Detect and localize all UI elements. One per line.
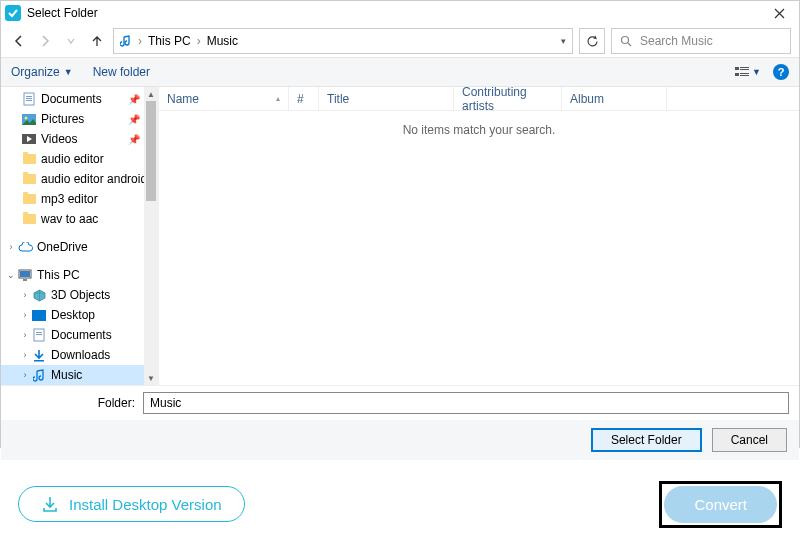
tree-item-music[interactable]: ›Music	[1, 365, 158, 385]
breadcrumb-current[interactable]: Music	[207, 34, 238, 48]
tree-item[interactable]: ›3D Objects	[1, 285, 158, 305]
breadcrumb-sep-icon: ›	[138, 34, 142, 48]
folder-icon	[21, 194, 37, 204]
dialog-buttons: Select Folder Cancel	[1, 420, 799, 460]
col-spacer	[667, 87, 799, 110]
new-folder-button[interactable]: New folder	[93, 65, 150, 79]
tree-item-onedrive[interactable]: ›OneDrive	[1, 237, 158, 257]
dialog-body: Documents📌 Pictures📌 Videos📌 audio edito…	[1, 87, 799, 385]
dialog-title: Select Folder	[27, 6, 98, 20]
documents-icon	[31, 328, 47, 342]
search-icon	[620, 35, 632, 47]
pin-icon: 📌	[128, 114, 140, 125]
tree-scrollbar[interactable]: ▲ ▼	[144, 87, 158, 385]
expand-icon[interactable]: ›	[19, 310, 31, 320]
3dobjects-icon	[31, 289, 47, 302]
back-button[interactable]	[9, 31, 29, 51]
folder-dialog: Select Folder › This PC › Music ▾ Search…	[0, 0, 800, 448]
convert-button[interactable]: Convert	[664, 486, 777, 523]
tree-item[interactable]: Videos📌	[1, 129, 158, 149]
tree-item[interactable]: ›Desktop	[1, 305, 158, 325]
titlebar: Select Folder	[1, 1, 799, 25]
address-dropdown-icon[interactable]: ▾	[561, 36, 566, 46]
navbar: › This PC › Music ▾ Search Music	[1, 25, 799, 57]
tree-item[interactable]: audio editor android	[1, 169, 158, 189]
expand-icon[interactable]: ›	[5, 242, 17, 252]
sort-asc-icon: ▴	[276, 94, 280, 103]
videos-icon	[21, 134, 37, 144]
music-icon	[31, 369, 47, 382]
organize-menu[interactable]: Organize▼	[11, 65, 73, 79]
search-box[interactable]: Search Music	[611, 28, 791, 54]
install-label: Install Desktop Version	[69, 496, 222, 513]
pin-icon: 📌	[128, 94, 140, 105]
breadcrumb-root[interactable]: This PC	[148, 34, 191, 48]
scroll-down-icon[interactable]: ▼	[144, 371, 158, 385]
expand-icon[interactable]: ›	[19, 330, 31, 340]
cloud-icon	[17, 242, 33, 252]
col-name[interactable]: Name▴	[159, 87, 289, 110]
forward-button[interactable]	[35, 31, 55, 51]
svg-rect-16	[23, 279, 27, 281]
folder-icon	[21, 154, 37, 164]
pc-icon	[17, 269, 33, 281]
select-folder-button[interactable]: Select Folder	[591, 428, 702, 452]
help-button[interactable]: ?	[773, 64, 789, 80]
expand-icon[interactable]: ›	[19, 350, 31, 360]
svg-point-0	[622, 37, 629, 44]
expand-icon[interactable]: ›	[19, 370, 31, 380]
tree-item[interactable]: Pictures📌	[1, 109, 158, 129]
svg-rect-5	[740, 73, 749, 74]
file-list: Name▴ # Title Contributing artists Album…	[159, 87, 799, 385]
svg-rect-8	[26, 96, 32, 97]
address-bar[interactable]: › This PC › Music ▾	[113, 28, 573, 54]
column-headers: Name▴ # Title Contributing artists Album	[159, 87, 799, 111]
folder-icon	[21, 214, 37, 224]
tree-item[interactable]: mp3 editor	[1, 189, 158, 209]
tree-item[interactable]: audio editor	[1, 149, 158, 169]
collapse-icon[interactable]: ⌄	[5, 270, 17, 280]
folder-input[interactable]	[143, 392, 789, 414]
recent-dropdown-icon[interactable]	[61, 31, 81, 51]
tree-item[interactable]: Documents📌	[1, 89, 158, 109]
refresh-button[interactable]	[579, 28, 605, 54]
cancel-button[interactable]: Cancel	[712, 428, 787, 452]
tree-item[interactable]: wav to aac	[1, 209, 158, 229]
col-title[interactable]: Title	[319, 87, 454, 110]
expand-icon[interactable]: ›	[19, 290, 31, 300]
toolbar: Organize▼ New folder ▼ ?	[1, 57, 799, 87]
tree-item[interactable]: ›Downloads	[1, 345, 158, 365]
folder-input-row: Folder:	[1, 385, 799, 420]
search-placeholder: Search Music	[640, 34, 713, 48]
up-button[interactable]	[87, 31, 107, 51]
svg-rect-9	[26, 98, 32, 99]
view-options-button[interactable]: ▼	[735, 66, 761, 78]
col-artists[interactable]: Contributing artists	[454, 87, 562, 110]
svg-rect-15	[20, 271, 30, 277]
pin-icon: 📌	[128, 134, 140, 145]
bottom-bar: Install Desktop Version Convert	[0, 468, 800, 540]
svg-rect-3	[740, 69, 749, 70]
svg-rect-1	[735, 67, 739, 70]
pictures-icon	[21, 114, 37, 125]
downloads-icon	[31, 349, 47, 362]
col-track[interactable]: #	[289, 87, 319, 110]
svg-rect-21	[34, 360, 44, 362]
folder-label: Folder:	[11, 396, 135, 410]
chevron-down-icon: ▼	[752, 67, 761, 77]
close-button[interactable]	[763, 1, 795, 25]
svg-rect-6	[740, 75, 749, 76]
scroll-thumb[interactable]	[146, 101, 156, 201]
tree-item[interactable]: ›Documents	[1, 325, 158, 345]
documents-icon	[21, 92, 37, 106]
convert-highlight: Convert	[659, 481, 782, 528]
col-album[interactable]: Album	[562, 87, 667, 110]
empty-message: No items match your search.	[159, 123, 799, 137]
svg-rect-19	[36, 332, 42, 333]
download-icon	[41, 495, 59, 513]
install-desktop-button[interactable]: Install Desktop Version	[18, 486, 245, 522]
scroll-up-icon[interactable]: ▲	[144, 87, 158, 101]
folder-tree[interactable]: Documents📌 Pictures📌 Videos📌 audio edito…	[1, 87, 159, 385]
tree-item-thispc[interactable]: ⌄This PC	[1, 265, 158, 285]
svg-rect-20	[36, 334, 42, 335]
